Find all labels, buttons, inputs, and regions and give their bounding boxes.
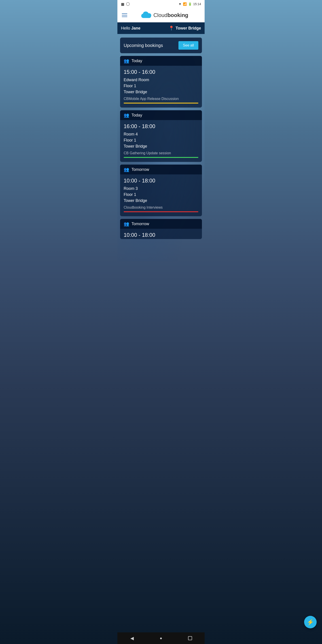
booking-description: CBMobile App Release Discussion — [124, 97, 198, 101]
hamburger-menu[interactable] — [121, 12, 128, 18]
square-icon — [188, 636, 192, 640]
hamburger-line-1 — [122, 14, 127, 14]
logo-container: Cloudbooking — [128, 11, 201, 19]
day-label: Today — [132, 113, 142, 118]
sim-icon: ▦ — [121, 2, 124, 6]
battery-icon: 🔋 — [188, 2, 192, 6]
status-indicator-yellow — [124, 103, 198, 104]
location-pin-icon: 📍 — [168, 26, 174, 31]
logo-text: Cloudbooking — [154, 12, 188, 18]
status-indicator-red — [124, 211, 198, 212]
booking-time: 15:00 - 16:00 — [124, 69, 198, 75]
main-content: Upcoming bookings See all 👥 Today 15:00 … — [118, 34, 204, 261]
upcoming-bookings-header: Upcoming bookings See all — [120, 38, 202, 53]
upcoming-title: Upcoming bookings — [124, 43, 163, 48]
booking-day-header: 👥 Today — [120, 56, 202, 66]
recents-button[interactable] — [186, 634, 194, 643]
back-button[interactable]: ◀ — [128, 634, 136, 643]
booking-day-header: 👥 Tomorrow — [120, 219, 202, 229]
circle-icon — [126, 2, 130, 6]
booking-details: 10:00 - 18:00 — [120, 229, 202, 239]
signal-icon: 📶 — [183, 2, 187, 6]
booking-description: CB Gathering Update session — [124, 151, 198, 155]
booking-details: 16:00 - 18:00 Room 4 Floor 1 Tower Bridg… — [120, 120, 202, 162]
time-display: 15:14 — [193, 2, 201, 6]
greeting-text: Hello Jane — [121, 26, 140, 31]
location-name: Tower Bridge — [176, 26, 201, 31]
day-label: Tomorrow — [132, 222, 149, 226]
top-nav: Cloudbooking — [118, 8, 204, 22]
booking-day-header: 👥 Tomorrow — [120, 164, 202, 174]
status-bar: ▦ ▼ 📶 🔋 15:14 — [118, 0, 204, 8]
booking-time: 16:00 - 18:00 — [124, 123, 198, 130]
booking-time: 10:00 - 18:00 — [124, 232, 198, 238]
booking-room: Room 4 Floor 1 Tower Bridge — [124, 131, 198, 149]
booking-item[interactable]: 👥 Today 16:00 - 18:00 Room 4 Floor 1 Tow… — [120, 110, 202, 162]
booking-description: Cloudbooking Interviews — [124, 206, 198, 210]
booking-room: Room 3 Floor 1 Tower Bridge — [124, 186, 198, 204]
home-button[interactable]: ● — [156, 634, 166, 643]
booking-item[interactable]: 👥 Today 15:00 - 16:00 Edward Room Floor … — [120, 56, 202, 108]
booking-item[interactable]: 👥 Tomorrow 10:00 - 18:00 — [120, 219, 202, 239]
location-display[interactable]: 📍 Tower Bridge — [168, 26, 201, 31]
status-left-icons: ▦ — [121, 2, 130, 6]
booking-day-header: 👥 Today — [120, 110, 202, 120]
hamburger-line-3 — [122, 16, 127, 17]
booking-item[interactable]: 👥 Tomorrow 10:00 - 18:00 Room 3 Floor 1 … — [120, 164, 202, 216]
wifi-icon: ▼ — [178, 2, 182, 6]
day-label: Today — [132, 58, 142, 63]
people-icon: 👥 — [124, 112, 129, 118]
hamburger-line-2 — [122, 15, 127, 16]
people-icon: 👥 — [124, 58, 129, 64]
cloud-logo-icon — [141, 11, 152, 19]
people-icon: 👥 — [124, 221, 129, 226]
see-all-button[interactable]: See all — [178, 41, 198, 50]
booking-details: 15:00 - 16:00 Edward Room Floor 1 Tower … — [120, 66, 202, 108]
booking-details: 10:00 - 18:00 Room 3 Floor 1 Tower Bridg… — [120, 174, 202, 216]
booking-time: 10:00 - 18:00 — [124, 178, 198, 184]
hello-bar: Hello Jane 📍 Tower Bridge — [118, 22, 204, 34]
status-indicator-green — [124, 157, 198, 158]
day-label: Tomorrow — [132, 167, 149, 172]
booking-room: Edward Room Floor 1 Tower Bridge — [124, 77, 198, 95]
people-icon: 👥 — [124, 167, 129, 172]
status-right-icons: ▼ 📶 🔋 15:14 — [178, 2, 201, 6]
bottom-nav: ◀ ● — [118, 632, 204, 644]
